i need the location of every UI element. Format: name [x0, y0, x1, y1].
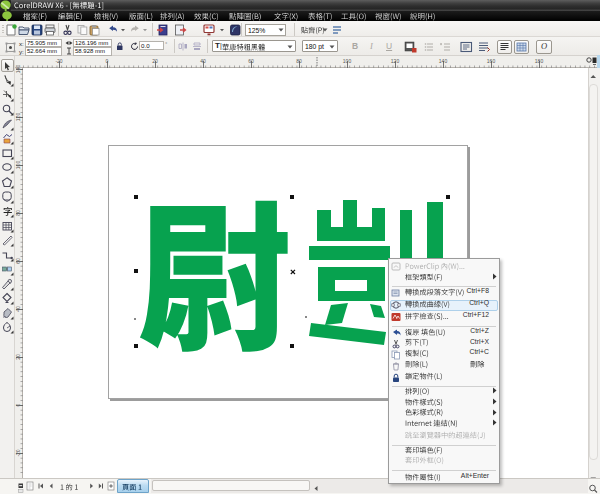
svg-text:40: 40	[15, 306, 21, 312]
svg-text:-20: -20	[55, 58, 62, 64]
svg-text:160: 160	[487, 58, 496, 64]
svg-text:140: 140	[439, 58, 448, 64]
svg-text:40: 40	[200, 58, 206, 64]
svg-text:180: 180	[535, 58, 544, 64]
svg-text:20: 20	[15, 354, 21, 360]
svg-text:60: 60	[248, 58, 254, 64]
svg-text:100: 100	[15, 161, 21, 170]
svg-text:-20: -20	[15, 449, 21, 456]
svg-text:80: 80	[296, 58, 302, 64]
svg-text:120: 120	[15, 113, 21, 122]
svg-text:80: 80	[15, 210, 21, 216]
svg-text:140: 140	[15, 65, 21, 74]
svg-text:20: 20	[152, 58, 158, 64]
svg-text:100: 100	[343, 58, 352, 64]
svg-text:0: 0	[106, 58, 109, 64]
svg-text:0: 0	[15, 403, 21, 406]
svg-text:120: 120	[391, 58, 400, 64]
svg-text:60: 60	[15, 258, 21, 264]
